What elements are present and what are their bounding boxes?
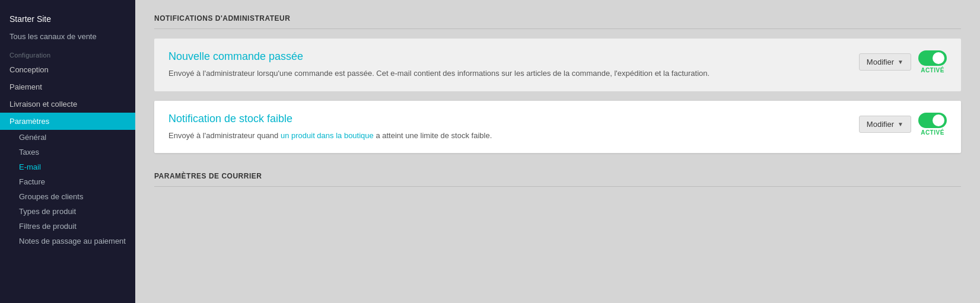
card2-desc-after: a atteint une limite de stock faible. <box>374 131 492 140</box>
card1-modifier-button[interactable]: Modifier ▼ <box>859 53 911 71</box>
sidebar-sub-groupes[interactable]: Groupes de clients <box>9 189 126 204</box>
card2-description: Envoyé à l'administrateur quand un produ… <box>168 130 845 142</box>
card2-modifier-label: Modifier <box>867 120 894 129</box>
card2-toggle-wrapper: ACTIVÉ <box>918 113 947 136</box>
card1-title: Nouvelle commande passée <box>168 50 845 63</box>
card1-content: Nouvelle commande passée Envoyé à l'admi… <box>168 50 859 79</box>
card2-desc-before: Envoyé à l'administrateur quand <box>168 131 281 140</box>
sidebar-item-parametres[interactable]: Paramètres <box>0 113 135 130</box>
card2-desc-link: un produit dans la boutique <box>281 131 374 140</box>
card2-toggle[interactable] <box>918 113 947 128</box>
card1-actions: Modifier ▼ ACTIVÉ <box>859 50 947 74</box>
sidebar: Starter Site Tous les canaux de vente Co… <box>0 0 135 303</box>
card1-toggle-wrapper: ACTIVÉ <box>918 50 947 74</box>
card2-actions: Modifier ▼ ACTIVÉ <box>859 113 947 136</box>
sidebar-sub-notes[interactable]: Notes de passage au paiement <box>9 234 126 248</box>
card2-chevron-icon: ▼ <box>898 121 903 127</box>
main-content: NOTIFICATIONS D'ADMINISTRATEUR Nouvelle … <box>135 0 980 303</box>
notification-card-2: Notification de stock faible Envoyé à l'… <box>154 101 961 154</box>
sidebar-item-livraison[interactable]: Livraison et collecte <box>9 95 126 113</box>
sidebar-section-config: Configuration <box>9 44 126 61</box>
sidebar-sub-facture[interactable]: Facture <box>9 174 126 189</box>
sidebar-item-conception[interactable]: Conception <box>9 61 126 78</box>
card2-toggle-label: ACTIVÉ <box>921 129 944 136</box>
sidebar-all-channels[interactable]: Tous les canaux de vente <box>9 28 126 44</box>
sidebar-sub-taxes[interactable]: Taxes <box>9 145 126 160</box>
card1-toggle-label: ACTIVÉ <box>921 67 944 74</box>
sidebar-sub-types[interactable]: Types de produit <box>9 204 126 219</box>
card1-toggle[interactable] <box>918 50 947 66</box>
sidebar-sub-email[interactable]: E-mail <box>9 160 126 174</box>
card2-btn-toggle-row: Modifier ▼ ACTIVÉ <box>859 113 947 136</box>
card1-chevron-icon: ▼ <box>898 59 903 65</box>
sidebar-item-paiement[interactable]: Paiement <box>9 78 126 95</box>
card2-title: Notification de stock faible <box>168 113 845 125</box>
card1-description: Envoyé à l'administrateur lorsqu'une com… <box>168 68 845 79</box>
notification-card-1: Nouvelle commande passée Envoyé à l'admi… <box>154 39 961 91</box>
card2-content: Notification de stock faible Envoyé à l'… <box>168 113 859 142</box>
card1-btn-toggle-row: Modifier ▼ ACTIVÉ <box>859 50 947 74</box>
card1-modifier-label: Modifier <box>867 58 894 66</box>
admin-notifications-heading: NOTIFICATIONS D'ADMINISTRATEUR <box>154 14 961 29</box>
sidebar-sub-filtres[interactable]: Filtres de produit <box>9 219 126 234</box>
card2-modifier-button[interactable]: Modifier ▼ <box>859 116 911 133</box>
params-courrier-heading: PARAMÈTRES DE COURRIER <box>154 162 961 187</box>
sidebar-sub-general[interactable]: Général <box>9 130 126 145</box>
sidebar-site-name: Starter Site <box>9 9 126 28</box>
